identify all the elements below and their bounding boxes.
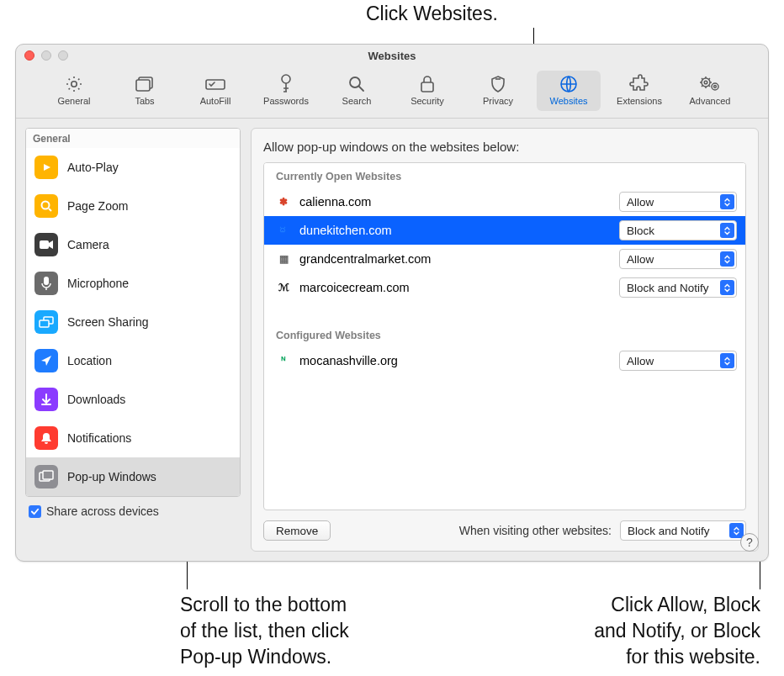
notifications-icon — [34, 426, 58, 450]
sidebar-item-label: Pop-up Windows — [67, 470, 156, 483]
callout-bl-1: Scroll to the bottom — [180, 592, 349, 618]
tab-general[interactable]: General — [42, 71, 106, 111]
sidebar-item-microphone[interactable]: Microphone — [26, 264, 240, 303]
sidebar-item-label: Microphone — [67, 277, 129, 290]
remove-button[interactable]: Remove — [263, 520, 331, 541]
tab-label: Websites — [549, 96, 587, 106]
website-row[interactable]: ✽calienna.comAllow — [264, 187, 745, 216]
callout-top: Click Websites. — [366, 1, 498, 27]
website-row[interactable]: ▦grandcentralmarket.comAllow — [264, 245, 745, 273]
sidebar-item-pop-up-windows[interactable]: Pop-up Windows — [26, 457, 240, 496]
autofill-icon — [204, 74, 226, 94]
pop-up-windows-icon — [34, 465, 58, 489]
configured-websites-header: Configured Websites — [264, 322, 745, 346]
other-websites-popup[interactable]: Block and Notify — [620, 520, 746, 541]
svg-rect-16 — [40, 320, 49, 327]
popup-value: Allow — [627, 253, 720, 266]
permission-popup[interactable]: Allow — [619, 351, 737, 371]
tab-label: Tabs — [135, 96, 154, 106]
tab-privacy[interactable]: Privacy — [466, 71, 530, 111]
popup-value: Allow — [627, 196, 720, 209]
tab-advanced[interactable]: Advanced — [678, 71, 742, 111]
sidebar-item-label: Page Zoom — [67, 199, 128, 213]
svg-rect-18 — [43, 471, 53, 479]
tab-label: Extensions — [617, 96, 662, 106]
sidebar-item-notifications[interactable]: Notifications — [26, 419, 240, 457]
sidebar-item-camera[interactable]: Camera — [26, 225, 240, 264]
help-button[interactable]: ? — [740, 533, 759, 552]
downloads-icon — [34, 388, 58, 411]
websites-icon — [559, 74, 579, 94]
website-row[interactable]: ᴺmocanashville.orgAllow — [264, 346, 745, 375]
svg-point-11 — [714, 86, 717, 88]
website-domain: grandcentralmarket.com — [299, 252, 611, 266]
tab-label: Advanced — [690, 96, 731, 106]
favicon-icon: ᴺ — [276, 353, 291, 368]
favicon-icon: ఠ — [276, 223, 291, 238]
sidebar-item-downloads[interactable]: Downloads — [26, 380, 240, 419]
panel-title: Allow pop-up windows on the websites bel… — [263, 140, 746, 154]
favicon-icon: ℳ — [276, 280, 291, 295]
sidebar-header: General — [26, 129, 240, 148]
security-icon — [419, 74, 436, 94]
popup-value: Block — [627, 224, 720, 237]
settings-panel: Allow pop-up windows on the websites bel… — [251, 128, 759, 552]
minimize-button[interactable] — [41, 50, 51, 61]
tab-extensions[interactable]: Extensions — [607, 71, 671, 111]
sidebar-item-label: Camera — [67, 238, 109, 251]
privacy-icon — [489, 74, 507, 94]
svg-rect-13 — [40, 240, 49, 249]
extensions-icon — [629, 74, 649, 94]
website-row[interactable]: ఠdunekitchen.comBlock — [264, 216, 745, 245]
tab-search[interactable]: Search — [325, 71, 389, 111]
tab-autofill[interactable]: AutoFill — [183, 71, 247, 111]
close-button[interactable] — [24, 50, 34, 61]
tab-tabs[interactable]: Tabs — [113, 71, 177, 111]
sidebar-item-label: Notifications — [67, 431, 131, 445]
camera-icon — [34, 233, 58, 256]
preferences-toolbar: GeneralTabsAutoFillPasswordsSearchSecuri… — [16, 66, 768, 119]
sidebar-item-label: Location — [67, 354, 112, 367]
permission-popup[interactable]: Allow — [619, 192, 737, 212]
popup-value: Allow — [627, 355, 720, 367]
svg-point-10 — [712, 83, 718, 90]
callout-br-3: for this website. — [594, 644, 760, 670]
svg-rect-14 — [44, 277, 49, 285]
website-row[interactable]: ℳmarcoicecream.comBlock and Notify — [264, 273, 745, 302]
zoom-button[interactable] — [58, 50, 68, 61]
svg-rect-3 — [206, 80, 225, 89]
tab-passwords[interactable]: Passwords — [254, 71, 318, 111]
share-across-devices-checkbox[interactable]: Share across devices — [25, 497, 241, 518]
sidebar-item-location[interactable]: Location — [26, 341, 240, 380]
tab-label: Security — [411, 96, 444, 106]
share-label: Share across devices — [46, 504, 159, 518]
chevron-up-down-icon — [720, 194, 734, 209]
sidebar-item-page-zoom[interactable]: Page Zoom — [26, 187, 240, 225]
titlebar: Websites — [16, 45, 768, 66]
favicon-icon: ▦ — [276, 251, 291, 267]
tab-label: AutoFill — [200, 96, 231, 106]
svg-point-5 — [350, 77, 360, 87]
tab-label: General — [57, 96, 90, 106]
checkbox-icon — [29, 505, 41, 518]
permission-popup[interactable]: Allow — [619, 249, 737, 269]
general-icon — [64, 74, 84, 94]
tab-websites[interactable]: Websites — [537, 71, 601, 111]
sidebar-item-auto-play[interactable]: Auto-Play — [26, 148, 240, 187]
tab-security[interactable]: Security — [395, 71, 459, 111]
permission-popup[interactable]: Block and Notify — [619, 277, 737, 298]
chevron-up-down-icon — [720, 223, 734, 238]
permission-popup[interactable]: Block — [619, 220, 737, 240]
tab-label: Passwords — [263, 96, 309, 106]
open-websites-header: Currently Open Websites — [264, 163, 745, 187]
sidebar-item-screen-sharing[interactable]: Screen Sharing — [26, 303, 240, 341]
callout-br-2: and Notify, or Block — [594, 618, 760, 644]
websites-list: Currently Open Websites ✽calienna.comAll… — [263, 162, 746, 510]
svg-point-0 — [72, 82, 77, 87]
svg-point-12 — [42, 202, 50, 209]
screen-sharing-icon — [34, 310, 58, 334]
svg-rect-2 — [136, 80, 150, 91]
tabs-icon — [134, 74, 156, 94]
sidebar-item-label: Downloads — [67, 393, 125, 406]
search-icon — [347, 74, 366, 94]
